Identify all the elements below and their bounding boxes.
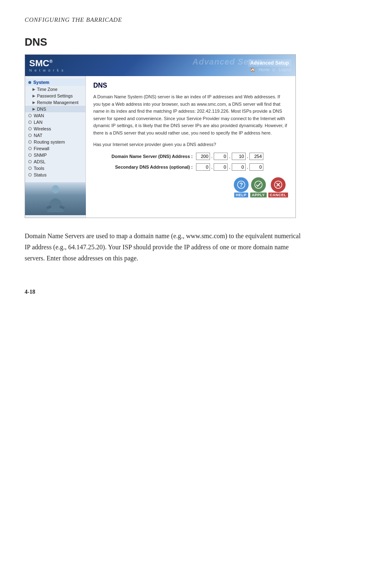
sidebar: System ▶ Time Zone ▶ Password Settings ▶…	[25, 76, 86, 218]
routing-bullet	[28, 140, 32, 144]
dns2-octet1[interactable]	[196, 163, 210, 171]
secondary-dns-row: Secondary DNS Address (optional) : . . .	[93, 163, 288, 171]
primary-dns-label: Domain Name Server (DNS) Address :	[93, 154, 196, 159]
arrow-icon: ▶	[32, 94, 35, 98]
apply-icon	[251, 177, 266, 192]
sidebar-item-wireless[interactable]: Wireless	[25, 125, 85, 132]
arrow-icon: ▶	[32, 100, 35, 104]
page-number: 4-18	[25, 289, 367, 295]
dns1-octet1[interactable]	[196, 153, 210, 160]
help-icon: ?	[234, 177, 249, 192]
header-links: 🏠 Home ⊙ Logout	[248, 67, 291, 72]
sidebar-item-dns[interactable]: ▶ DNS	[25, 106, 85, 112]
dns1-octet4[interactable]	[249, 153, 263, 160]
content-area: DNS A Domain Name System (DNS) server is…	[86, 76, 295, 218]
secondary-dns-fields: . . .	[196, 163, 263, 171]
wan-bullet	[28, 114, 32, 117]
sidebar-label: WAN	[34, 113, 44, 118]
help-button[interactable]: ? HELP	[234, 177, 249, 197]
apply-button[interactable]: APPLY	[250, 177, 267, 197]
system-bullet	[28, 81, 31, 84]
router-frame: SMC® N e t w o r k s Advanced Setup Adva…	[25, 54, 296, 218]
router-body: System ▶ Time Zone ▶ Password Settings ▶…	[25, 76, 295, 218]
primary-dns-row: Domain Name Server (DNS) Address : . . .	[93, 153, 288, 160]
svg-point-5	[255, 181, 262, 188]
adsl-bullet	[28, 160, 32, 163]
dns2-octet4[interactable]	[249, 163, 263, 171]
arrow-icon: ▶	[32, 107, 35, 111]
sidebar-item-nat[interactable]: NAT	[25, 132, 85, 139]
page-header: Configuring the Barricade	[25, 16, 367, 23]
wireless-bullet	[28, 127, 32, 130]
sidebar-label: ADSL	[34, 159, 46, 164]
bottom-description: Domain Name Servers are used to map a do…	[25, 230, 304, 264]
sidebar-label: SNMP	[34, 153, 47, 158]
sidebar-item-timezone[interactable]: ▶ Time Zone	[25, 86, 85, 93]
secondary-dns-label: Secondary DNS Address (optional) :	[93, 165, 196, 169]
sidebar-system-header[interactable]: System	[25, 79, 85, 86]
sidebar-label: NAT	[34, 133, 42, 138]
sidebar-label: Time Zone	[37, 87, 58, 92]
primary-dns-fields: . . .	[196, 153, 263, 160]
sidebar-label: Tools	[34, 166, 44, 171]
smc-networks: N e t w o r k s	[29, 68, 64, 72]
status-bullet	[28, 173, 32, 176]
dns1-octet2[interactable]	[214, 153, 228, 160]
dns2-octet2[interactable]	[214, 163, 228, 171]
sidebar-photo	[25, 182, 86, 215]
sidebar-label: Password Settings	[37, 93, 73, 98]
sidebar-system-label: System	[33, 80, 49, 85]
cancel-button[interactable]: CANCEL	[268, 177, 288, 197]
sidebar-label: Firewall	[34, 146, 49, 151]
sidebar-label: LAN	[34, 120, 42, 125]
sidebar-label: Routing system	[34, 139, 65, 144]
dns2-octet3[interactable]	[232, 163, 246, 171]
dns-question: Has your Internet service provider given…	[93, 142, 288, 147]
arrow-icon: ▶	[32, 87, 35, 91]
sidebar-label: Status	[34, 172, 46, 177]
header-bg-title: Advanced Setup	[192, 57, 263, 67]
action-buttons: ? HELP APPLY	[93, 177, 288, 197]
tools-bullet	[28, 167, 32, 170]
snmp-bullet	[28, 153, 32, 157]
svg-text:?: ?	[240, 181, 243, 188]
section-title: DNS	[25, 36, 367, 49]
home-link[interactable]: Home	[258, 67, 270, 72]
sidebar-item-routing[interactable]: Routing system	[25, 139, 85, 145]
sidebar-item-tools[interactable]: Tools	[25, 165, 85, 172]
help-label: HELP	[234, 193, 248, 197]
svg-point-0	[52, 185, 59, 193]
firewall-bullet	[28, 147, 32, 150]
logout-link[interactable]: Logout	[279, 67, 291, 72]
sidebar-item-firewall[interactable]: Firewall	[25, 145, 85, 152]
sidebar-item-wan[interactable]: WAN	[25, 112, 85, 119]
sidebar-label: DNS	[37, 107, 46, 111]
sidebar-item-status[interactable]: Status	[25, 172, 85, 178]
content-title: DNS	[93, 82, 288, 89]
content-description: A Domain Name System (DNS) server is lik…	[93, 93, 288, 137]
sidebar-item-remote[interactable]: ▶ Remote Management	[25, 99, 85, 106]
person-silhouette	[43, 183, 68, 214]
dns1-octet3[interactable]	[232, 153, 246, 160]
sidebar-label: Remote Management	[37, 100, 78, 105]
lan-bullet	[28, 121, 32, 124]
sidebar-item-lan[interactable]: LAN	[25, 119, 85, 125]
cancel-icon	[271, 177, 286, 192]
sidebar-item-snmp[interactable]: SNMP	[25, 152, 85, 158]
cancel-label: CANCEL	[268, 193, 288, 197]
nat-bullet	[28, 134, 32, 137]
router-header: SMC® N e t w o r k s Advanced Setup Adva…	[25, 55, 295, 76]
sidebar-item-password[interactable]: ▶ Password Settings	[25, 93, 85, 99]
smc-logo: SMC®	[29, 59, 64, 68]
sidebar-item-adsl[interactable]: ADSL	[25, 158, 85, 165]
sidebar-label: Wireless	[34, 126, 51, 131]
apply-label: APPLY	[250, 193, 267, 197]
